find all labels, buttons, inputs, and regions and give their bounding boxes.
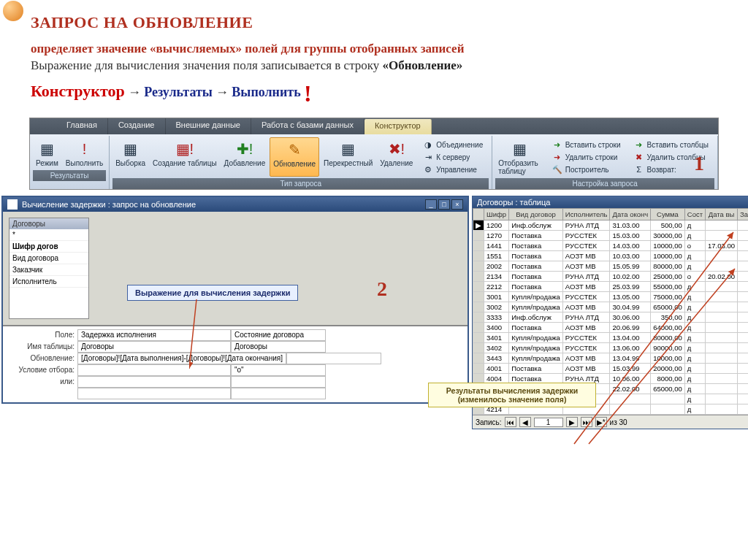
row-selector[interactable] — [473, 302, 484, 312]
maximize-button[interactable]: □ — [438, 199, 450, 210]
table-cell[interactable]: 10000,00 — [651, 241, 685, 251]
table-cell[interactable] — [738, 384, 748, 394]
table-row[interactable]: 1441ПоставкаРУССТЕК14.03.0010000,00о17.0… — [473, 241, 749, 251]
table-cell[interactable]: АОЗТ МВ — [562, 251, 610, 261]
nav-first-button[interactable]: ⏮ — [505, 417, 516, 427]
table-cell[interactable] — [706, 261, 738, 272]
grid-cell[interactable] — [77, 376, 231, 388]
table-row[interactable]: 3333Инф.обслужРУНА ЛТД30.06.00350,00д — [473, 312, 749, 323]
table-cell[interactable] — [706, 343, 738, 353]
run-button[interactable]: !Выполнить — [63, 137, 106, 169]
design-canvas[interactable]: Договоры * Шифр догов Вид договора Заказ… — [3, 212, 468, 325]
table-cell[interactable]: 25.03.99 — [610, 282, 651, 292]
update-button[interactable]: ✎Обновление — [270, 137, 319, 177]
table-cell[interactable]: 15.05.99 — [610, 261, 651, 272]
grid-cell[interactable] — [231, 388, 326, 399]
table-cell[interactable]: 65000,00 — [651, 384, 685, 394]
field-item[interactable]: * — [9, 229, 88, 241]
row-selector[interactable] — [473, 312, 484, 323]
field-item[interactable]: Исполнитель — [9, 276, 88, 288]
row-selector[interactable] — [473, 364, 484, 374]
table-cell[interactable] — [738, 261, 748, 272]
table-cell[interactable]: Поставка — [509, 241, 563, 251]
grid-cell[interactable]: "о" — [231, 364, 326, 376]
table-cell[interactable]: Поставка — [509, 282, 563, 292]
row-selector[interactable] — [473, 231, 484, 241]
column-header[interactable]: Задержка — [738, 209, 748, 220]
table-cell[interactable]: 30.04.99 — [610, 302, 651, 312]
table-row[interactable]: 1551ПоставкаАОЗТ МВ10.03.0010000,00д — [473, 251, 749, 261]
table-cell[interactable]: АОЗТ МВ — [562, 282, 610, 292]
table-cell[interactable]: 31.03.00 — [610, 220, 651, 231]
table-cell[interactable]: 65000,00 — [651, 302, 685, 312]
table-cell[interactable] — [610, 394, 651, 404]
table-cell[interactable] — [706, 251, 738, 261]
nav-next-button[interactable]: ▶ — [566, 417, 578, 427]
row-selector[interactable] — [473, 292, 484, 302]
minimize-button[interactable]: _ — [425, 199, 437, 210]
table-cell[interactable]: РУССТЕК — [562, 231, 610, 241]
table-cell[interactable] — [706, 231, 738, 241]
datasheet-titlebar[interactable]: Договоры : таблица — [473, 196, 748, 208]
table-cell[interactable]: 20.06.99 — [610, 323, 651, 333]
table-cell[interactable]: 30.06.00 — [610, 312, 651, 323]
table-cell[interactable] — [738, 364, 748, 374]
table-cell[interactable]: 10.03.00 — [610, 251, 651, 261]
table-cell[interactable]: Поставка — [509, 323, 563, 333]
field-item[interactable]: Заказчик — [9, 264, 88, 276]
table-cell[interactable]: 3333 — [484, 312, 509, 323]
table-cell[interactable] — [651, 404, 685, 415]
table-cell[interactable] — [706, 384, 738, 394]
nav-new-button[interactable]: ▶* — [595, 417, 607, 427]
table-cell[interactable]: 3002 — [484, 302, 509, 312]
table-cell[interactable]: РУССТЕК — [562, 241, 610, 251]
table-cell[interactable] — [738, 292, 748, 302]
table-cell[interactable]: 75000,00 — [651, 292, 685, 302]
table-cell[interactable]: 10.06.00 — [610, 374, 651, 384]
row-selector[interactable] — [473, 343, 484, 353]
grid-cell[interactable]: Договоры — [231, 341, 326, 353]
table-cell[interactable]: Поставка — [509, 272, 563, 282]
field-item[interactable]: Вид договора — [9, 253, 88, 264]
table-cell[interactable]: 25000,00 — [651, 272, 685, 282]
table-cell[interactable]: 30000,00 — [651, 231, 685, 241]
table-cell[interactable]: 3001 — [484, 292, 509, 302]
column-header[interactable]: Дата оконч — [610, 209, 651, 220]
table-cell[interactable]: Инф.обслуж — [509, 220, 563, 231]
table-row[interactable]: 1270ПоставкаРУССТЕК15.03.0030000,00д — [473, 231, 749, 241]
table-cell[interactable]: о — [684, 272, 705, 282]
table-cell[interactable]: 3402 — [484, 343, 509, 353]
table-cell[interactable] — [706, 323, 738, 333]
table-cell[interactable]: 22.02.00 — [610, 384, 651, 394]
table-cell[interactable]: РУНА ЛТД — [562, 272, 610, 282]
table-cell[interactable] — [706, 333, 738, 343]
column-header[interactable]: Вид договор — [509, 209, 563, 220]
table-cell[interactable] — [738, 231, 748, 241]
table-cell[interactable]: 1441 — [484, 241, 509, 251]
table-cell[interactable]: 1270 — [484, 231, 509, 241]
table-cell[interactable]: д — [684, 353, 705, 364]
table-cell[interactable]: д — [684, 364, 705, 374]
grid-cell[interactable] — [286, 353, 381, 364]
table-cell[interactable]: 20000,00 — [651, 364, 685, 374]
row-selector[interactable] — [473, 251, 484, 261]
table-cell[interactable]: 90000,00 — [651, 343, 685, 353]
table-cell[interactable]: 1551 — [484, 251, 509, 261]
table-cell[interactable] — [706, 220, 738, 231]
table-cell[interactable] — [738, 404, 748, 415]
append-button[interactable]: ✚!Добавление — [221, 137, 269, 177]
table-cell[interactable]: 10000,00 — [651, 353, 685, 364]
table-cell[interactable]: АОЗТ МВ — [562, 261, 610, 272]
table-cell[interactable]: Поставка — [509, 231, 563, 241]
table-cell[interactable] — [706, 282, 738, 292]
table-cell[interactable]: 15.03.00 — [610, 231, 651, 241]
tab-external[interactable]: Внешние данные — [166, 118, 251, 134]
table-cell[interactable] — [738, 343, 748, 353]
datadef-button[interactable]: ⚙Управление — [420, 164, 486, 175]
grid-cell[interactable]: Задержка исполнения — [77, 329, 231, 341]
insertcols-button[interactable]: ➜Вставить столбцы — [631, 139, 711, 150]
table-cell[interactable]: Инф.обслуж — [509, 312, 563, 323]
table-cell[interactable]: 3401 — [484, 333, 509, 343]
row-selector[interactable] — [473, 333, 484, 343]
table-cell[interactable]: 8000,00 — [651, 374, 685, 384]
